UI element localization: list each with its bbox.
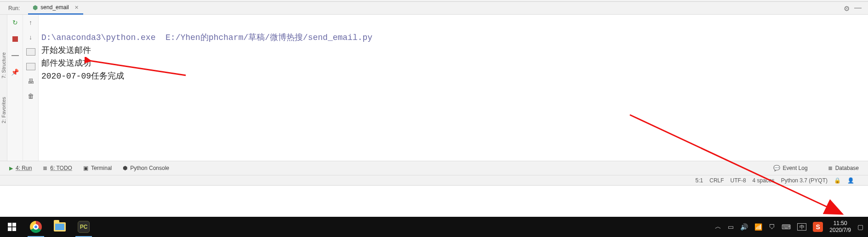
windows-taskbar: PC ︿ ▭ 🔊 📶 ⛉ ⌨ 中 S 11:50 2020/7/9 ▢	[0, 217, 868, 237]
tray-keyboard-icon[interactable]: ⌨	[782, 223, 791, 231]
database-icon: ≣	[828, 165, 833, 171]
lock-icon[interactable]: 🔒	[834, 177, 841, 184]
terminal-icon: ▣	[83, 165, 88, 171]
folder-icon	[54, 222, 66, 231]
tool-run-label: 4: Run	[16, 165, 32, 171]
svg-rect-3	[12, 223, 16, 226]
rerun-icon[interactable]: ↻	[10, 17, 20, 28]
event-log-icon: 💬	[773, 165, 780, 171]
console-line: 邮件发送成功	[41, 59, 91, 68]
gear-icon[interactable]: ⚙	[844, 5, 850, 13]
start-button[interactable]	[0, 217, 24, 237]
console-line: 开始发送邮件	[41, 46, 91, 55]
close-tab-icon[interactable]: ✕	[74, 5, 79, 11]
tool-database[interactable]: ≣ Database	[828, 165, 859, 171]
status-line-sep[interactable]: CRLF	[709, 177, 724, 184]
scroll-to-end-icon[interactable]	[26, 62, 36, 72]
tray-time: 11:50	[829, 220, 851, 227]
tray-sogou-icon[interactable]: S	[813, 222, 823, 232]
side-tab-structure[interactable]: 7: Structure	[1, 52, 6, 79]
run-triangle-icon: ▶	[9, 165, 13, 171]
taskbar-explorer[interactable]	[48, 217, 72, 237]
tool-terminal[interactable]: ▣ Terminal	[83, 165, 112, 171]
console-command-line: D:\anaconda3\python.exe E:/Yhen的phcharm/…	[41, 33, 372, 42]
taskbar-pycharm[interactable]: PC	[72, 217, 96, 237]
tray-chevron-up-icon[interactable]: ︿	[715, 223, 721, 231]
run-tab-title: send_email	[40, 4, 69, 11]
pycharm-icon: PC	[78, 221, 90, 233]
gap	[0, 186, 868, 217]
tray-ime-indicator[interactable]: 中	[797, 223, 806, 231]
ide-status-bar: 5:1 CRLF UTF-8 4 spaces Python 3.7 (PYQT…	[0, 175, 868, 186]
svg-rect-2	[8, 223, 11, 226]
status-indent[interactable]: 4 spaces	[753, 177, 775, 184]
tray-volume-icon[interactable]: 🔊	[740, 223, 748, 231]
run-body: 7: Structure 2: Favorites ↻ 📌 ↑ ↓ 🖶 🗑 D:…	[0, 15, 868, 161]
scroll-down-icon[interactable]: ↓	[26, 32, 36, 42]
tool-run[interactable]: ▶ 4: Run	[9, 165, 32, 171]
run-action-gutter: ↻ 📌	[7, 15, 23, 161]
svg-rect-4	[8, 227, 11, 231]
console-output[interactable]: D:\anaconda3\python.exe E:/Yhen的phcharm/…	[39, 15, 868, 161]
chrome-icon	[30, 221, 42, 233]
side-tab-favorites[interactable]: 2: Favorites	[1, 97, 6, 123]
bottom-tool-strip: ▶ 4: Run ≣ 6: TODO ▣ Terminal ⬢ Python C…	[0, 161, 868, 175]
run-tool-window-header: Run: ⬢ send_email ✕ ⚙ —	[0, 2, 868, 15]
tool-python-console-label: Python Console	[130, 165, 169, 171]
run-tab-send-email[interactable]: ⬢ send_email ✕	[28, 2, 83, 15]
output-action-gutter: ↑ ↓ 🖶 🗑	[23, 15, 39, 161]
tool-event-log[interactable]: 💬 Event Log	[773, 165, 808, 171]
tool-terminal-label: Terminal	[91, 165, 112, 171]
tool-todo-label: 6: TODO	[50, 165, 72, 171]
tray-action-center-icon[interactable]: ▢	[857, 223, 863, 231]
tool-todo[interactable]: ≣ 6: TODO	[43, 165, 72, 171]
taskbar-chrome[interactable]	[24, 217, 48, 237]
todo-icon: ≣	[43, 165, 47, 171]
python-file-icon: ⬢	[33, 4, 38, 11]
status-interpreter[interactable]: Python 3.7 (PYQT)	[781, 177, 828, 184]
tool-event-log-label: Event Log	[783, 165, 808, 171]
tool-database-label: Database	[835, 165, 859, 171]
tray-date: 2020/7/9	[829, 227, 851, 234]
scroll-up-icon[interactable]: ↑	[26, 17, 36, 28]
run-label: Run:	[8, 5, 20, 11]
hide-tool-window-icon[interactable]: —	[854, 4, 862, 12]
tool-python-console[interactable]: ⬢ Python Console	[123, 165, 169, 171]
windows-logo-icon	[8, 223, 16, 231]
clear-all-icon[interactable]: 🗑	[26, 91, 36, 101]
status-caret-pos[interactable]: 5:1	[696, 177, 703, 184]
stop-icon[interactable]	[10, 34, 20, 44]
tray-battery-icon[interactable]: ▭	[728, 223, 734, 231]
python-icon: ⬢	[123, 165, 127, 171]
inspector-icon[interactable]: 👤	[847, 177, 854, 184]
tray-wifi-icon[interactable]: 📶	[754, 223, 762, 231]
svg-rect-5	[12, 227, 16, 231]
layout-icon[interactable]	[10, 51, 20, 61]
system-tray: ︿ ▭ 🔊 📶 ⛉ ⌨ 中 S 11:50 2020/7/9 ▢	[715, 217, 868, 237]
soft-wrap-icon[interactable]	[26, 47, 36, 57]
pin-icon[interactable]: 📌	[10, 67, 20, 77]
tray-security-icon[interactable]: ⛉	[769, 223, 775, 231]
console-line: 2020-07-09任务完成	[41, 72, 124, 81]
left-tool-rail: 7: Structure 2: Favorites	[0, 15, 7, 161]
print-icon[interactable]: 🖶	[26, 76, 36, 86]
status-encoding[interactable]: UTF-8	[731, 177, 746, 184]
tray-clock[interactable]: 11:50 2020/7/9	[829, 220, 851, 234]
